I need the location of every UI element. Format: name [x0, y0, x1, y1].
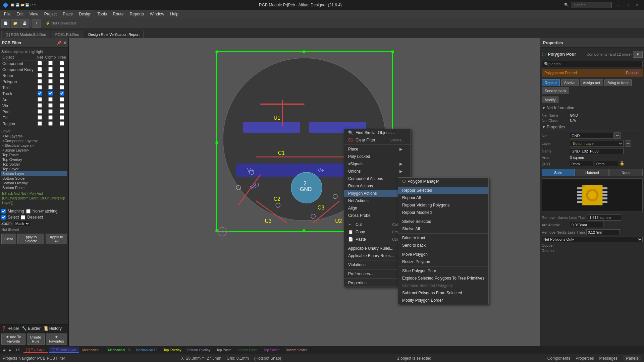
ctx-xsignals[interactable]: xSignals ▶ [344, 160, 411, 168]
layer-top-overlay[interactable]: Top Overlay [1, 157, 67, 162]
sub-shelve-selected[interactable]: Shelve Selected [398, 218, 488, 225]
layer-bottom-overlay[interactable]: Bottom Overlay [185, 348, 213, 353]
toolbar-btn-1[interactable]: 📄 [1, 19, 10, 28]
minimize-button[interactable]: — [614, 2, 623, 8]
apply-all-button[interactable]: Apply to All [46, 234, 67, 244]
messages-bottom-tab[interactable]: Messages [599, 356, 618, 361]
net-edit-button[interactable]: ✏ [614, 132, 621, 139]
layer-bottom-paste[interactable]: Bottom Paste [235, 348, 260, 353]
ctx-clear-filter[interactable]: 🚫 Clear Filter Shift+C [344, 136, 411, 144]
y-coord-input[interactable] [595, 161, 618, 167]
create-rule-button[interactable]: Create Rule [27, 334, 45, 345]
prop-section-expand-icon[interactable]: ▼ [542, 125, 546, 129]
menu-tools[interactable]: Tools [95, 11, 110, 17]
matching-checkbox[interactable] [1, 209, 6, 214]
chk-track-free[interactable] [60, 91, 64, 96]
chk-arc-net[interactable] [38, 97, 42, 102]
sub-repour-modified[interactable]: Repour Modified [398, 209, 488, 216]
shelve-button[interactable]: Shelve [561, 79, 579, 86]
layer-bottom-solder[interactable]: Bottom Solder [1, 176, 67, 181]
favorites-button[interactable]: ★ Favorites [46, 334, 67, 345]
sub-slice-polygon[interactable]: Slice Polygon Pour [398, 267, 488, 275]
sub-modify-border[interactable]: Modify Polygon Border [398, 297, 488, 304]
layer-ls[interactable]: LS [13, 348, 23, 353]
chk-track-net[interactable] [38, 91, 42, 96]
tab-pcb[interactable]: PCB1.PcbDoc [51, 31, 83, 38]
select-checkbox[interactable] [1, 215, 6, 220]
layer-bottom-layer[interactable]: Bottom Layer [1, 171, 67, 176]
deselect-checkbox[interactable] [21, 215, 25, 220]
sub-send-to-back[interactable]: Send to back [398, 242, 488, 249]
ctx-unions[interactable]: Unions ▶ [344, 168, 411, 175]
chk-via-comp[interactable] [48, 103, 53, 108]
sub-explode-polygon[interactable]: Explode Selected Polygons To Free Primit… [398, 275, 488, 282]
properties-search-input[interactable] [549, 62, 640, 66]
repour-banner-button[interactable]: Repour [624, 70, 640, 75]
layer-bottom-solder[interactable]: Bottom Solder [283, 348, 310, 353]
chk-component-net[interactable] [38, 61, 42, 65]
layer-nav-left[interactable]: ◀ [1, 348, 7, 353]
chk-region-net[interactable] [38, 121, 42, 126]
sub-polygon-manager[interactable]: ⬡ Polygon Manager [398, 178, 488, 185]
chk-region-comp[interactable] [48, 121, 53, 126]
chk-fill-free[interactable] [60, 115, 64, 120]
sub-bring-to-front[interactable]: Bring to front [398, 234, 488, 242]
ctx-place[interactable]: Place ▶ [344, 145, 411, 153]
chk-body-net[interactable] [38, 67, 42, 71]
menu-place[interactable]: Place [60, 11, 75, 17]
chk-room-net[interactable] [38, 73, 42, 77]
fill-solid-button[interactable]: Solid [542, 169, 575, 176]
properties-bottom-tab[interactable]: Properties [576, 356, 594, 361]
sub-repour-violating[interactable]: Repour Violating Polygons [398, 201, 488, 209]
layer-edit-button[interactable]: ✏ [625, 140, 631, 147]
assign-net-button[interactable]: Assign net [580, 79, 603, 86]
remove-necks-input[interactable] [586, 229, 620, 235]
layer-top[interactable]: [1] Top Layer [23, 347, 48, 353]
canvas-area[interactable]: U1 C1 V+ V+ 2 GND C2 C3 U3 U2 NIO NIO [69, 38, 540, 346]
chk-component-comp[interactable] [48, 61, 53, 65]
sub-shelve-all[interactable]: Shelve All [398, 225, 488, 233]
sub-repour-all[interactable]: Repour All [398, 194, 488, 201]
menu-design[interactable]: Design [76, 11, 94, 17]
layer-bottom-paste[interactable]: Bottom Paste [1, 185, 67, 190]
builder-tab[interactable]: 🔧 Builder [22, 326, 40, 331]
chk-fill-net[interactable] [38, 115, 42, 120]
layer-top-solder[interactable]: Top Solder [1, 162, 67, 167]
global-search-input[interactable] [572, 2, 612, 8]
close-button[interactable]: ✕ [633, 2, 641, 8]
nonmatching-checkbox[interactable] [26, 209, 31, 214]
filter-close-icon[interactable]: ✕ [63, 41, 66, 45]
remove-islands-input[interactable] [588, 215, 621, 221]
chk-pad-free[interactable] [60, 109, 64, 114]
chk-polygon-net[interactable] [38, 79, 42, 83]
chk-text-comp[interactable] [48, 85, 53, 89]
layer-bottom[interactable]: [2] Bottom Layer [49, 347, 79, 353]
chk-region-free[interactable] [60, 121, 64, 126]
navigator-tab[interactable]: Navigator [18, 356, 36, 361]
chk-text-net[interactable] [38, 85, 42, 89]
sub-subtract-polygon[interactable]: Subtract Polygons From Selected [398, 289, 488, 297]
arc-approx-input[interactable] [570, 222, 603, 228]
menu-help[interactable]: Help [167, 11, 181, 17]
layer-top-paste[interactable]: Top Paste [214, 348, 234, 353]
component-filter-button[interactable]: ▼ [633, 51, 643, 58]
toolbar-btn-2[interactable]: 📁 [11, 19, 19, 28]
menu-route[interactable]: Route [110, 11, 126, 17]
ctx-poly-locked[interactable]: Poly Locked [344, 153, 411, 160]
menu-window[interactable]: Window [147, 11, 167, 17]
chk-polygon-free[interactable] [60, 79, 64, 83]
clear-filter-button[interactable]: Clear [1, 234, 16, 244]
apply-selected-button[interactable]: 'pply to Selecte [17, 234, 44, 244]
net-prop-input[interactable] [570, 133, 613, 139]
x-coord-input[interactable] [570, 161, 593, 167]
menu-edit[interactable]: Edit [14, 11, 26, 17]
layer-mech13[interactable]: Mechanical 13 [105, 348, 132, 353]
layer-top-solder[interactable]: Top Solder [261, 348, 282, 353]
toolbar-share[interactable]: ↗ [32, 19, 41, 28]
tab-drv[interactable]: Design Rule Verification Report [84, 31, 144, 38]
chk-polygon-comp[interactable] [48, 79, 53, 83]
chk-pad-comp[interactable] [48, 109, 53, 114]
layer-signal-layers[interactable]: <Signal Layers> [1, 148, 67, 153]
layer-bottom-overlay[interactable]: Bottom Overlay [1, 181, 67, 185]
filter-pin-icon[interactable]: 📌 [57, 41, 62, 45]
